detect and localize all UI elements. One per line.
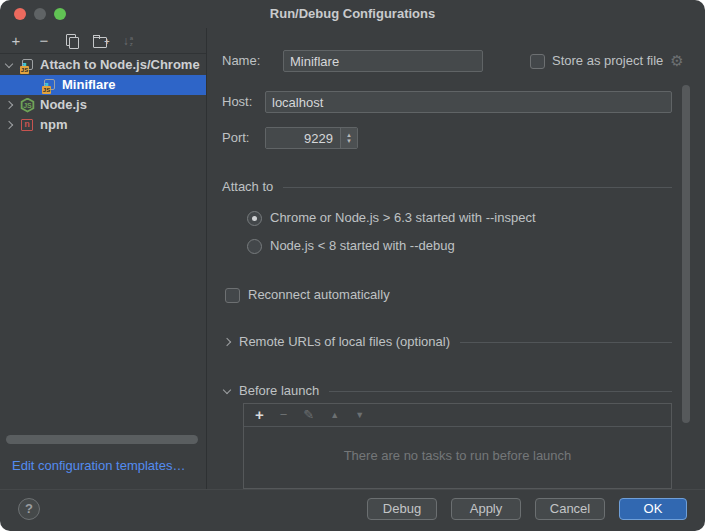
titlebar: Run/Debug Configurations bbox=[0, 0, 705, 28]
tree-item-miniflare[interactable]: ↗ JS Miniflare bbox=[0, 75, 206, 95]
attach-config-type-icon: ↗ JS bbox=[20, 58, 35, 73]
tree-item-attach-node-chrome[interactable]: ↗ JS Attach to Node.js/Chrome bbox=[0, 55, 206, 75]
attach-to-label: Attach to bbox=[222, 176, 273, 198]
reconnect-checkbox[interactable] bbox=[225, 288, 240, 303]
chevron-right-icon[interactable] bbox=[223, 338, 231, 346]
store-as-project-file-label: Store as project file bbox=[552, 50, 663, 72]
tree-item-label: Node.js bbox=[40, 95, 87, 115]
horizontal-scrollbar[interactable] bbox=[6, 435, 198, 444]
tree-item-label: npm bbox=[40, 115, 67, 135]
cancel-button[interactable]: Cancel bbox=[535, 498, 605, 520]
name-row: Name: bbox=[222, 50, 260, 72]
configurations-tree: ↗ JS Attach to Node.js/Chrome ↗ JS Minif… bbox=[0, 55, 206, 135]
host-row: Host: bbox=[222, 91, 252, 113]
before-launch-toolbar: + − ✎ ▲ ▼ bbox=[244, 404, 671, 427]
move-task-down-icon: ▼ bbox=[355, 408, 364, 422]
move-task-up-icon: ▲ bbox=[330, 408, 339, 422]
attach-to-section-header: Attach to bbox=[222, 176, 672, 198]
name-label: Name: bbox=[222, 50, 260, 72]
port-spinner-buttons: ▲ ▼ bbox=[340, 128, 357, 148]
remove-configuration-icon[interactable]: − bbox=[36, 33, 52, 49]
tree-item-npm[interactable]: n npm bbox=[0, 115, 206, 135]
section-separator-line bbox=[283, 187, 672, 188]
radio-debug-label: Node.js < 8 started with --debug bbox=[270, 235, 455, 257]
section-separator-line bbox=[460, 342, 672, 343]
tree-item-label: Miniflare bbox=[62, 75, 115, 95]
sort-z-glyph: z bbox=[130, 41, 133, 47]
apply-button[interactable]: Apply bbox=[451, 498, 521, 520]
reconnect-label: Reconnect automatically bbox=[248, 284, 390, 306]
sort-arrow-glyph: ↓ bbox=[123, 33, 129, 49]
before-launch-label: Before launch bbox=[239, 380, 319, 402]
add-task-icon[interactable]: + bbox=[255, 408, 264, 422]
folder-plus-glyph: + bbox=[104, 34, 109, 50]
remote-urls-section-header[interactable]: Remote URLs of local files (optional) bbox=[222, 331, 672, 353]
before-launch-panel: + − ✎ ▲ ▼ There are no tasks to run befo… bbox=[243, 403, 672, 489]
attach-config-icon: ↗ JS bbox=[42, 78, 57, 93]
host-input[interactable] bbox=[265, 91, 672, 113]
new-folder-icon[interactable]: + bbox=[92, 33, 108, 49]
run-debug-configurations-dialog: Run/Debug Configurations + − + ↓ a z bbox=[0, 0, 705, 531]
chevron-down-icon[interactable] bbox=[223, 385, 231, 393]
remove-task-icon: − bbox=[280, 408, 288, 422]
chevron-right-icon[interactable] bbox=[5, 101, 13, 109]
vertical-scrollbar[interactable] bbox=[682, 85, 690, 423]
sort-alphabetically-icon: ↓ a z bbox=[120, 33, 136, 49]
dialog-title: Run/Debug Configurations bbox=[0, 0, 705, 28]
spinner-down-icon[interactable]: ▼ bbox=[346, 138, 352, 144]
radio-debug-unselected[interactable] bbox=[247, 239, 262, 254]
folder-icon: + bbox=[93, 34, 108, 47]
before-launch-section-header[interactable]: Before launch bbox=[222, 380, 672, 402]
help-button[interactable]: ? bbox=[18, 498, 40, 520]
npm-icon: n bbox=[20, 118, 35, 133]
section-separator-line bbox=[329, 391, 672, 392]
edit-task-icon: ✎ bbox=[303, 408, 314, 422]
sidebar-toolbar: + − + ↓ a z bbox=[0, 28, 206, 54]
store-as-project-file-checkbox[interactable] bbox=[530, 54, 545, 69]
radio-inspect-selected[interactable] bbox=[247, 211, 262, 226]
copy-icon bbox=[65, 34, 79, 48]
edit-configuration-templates-link[interactable]: Edit configuration templates… bbox=[12, 458, 185, 473]
dialog-footer: ? Debug Apply Cancel OK bbox=[0, 489, 705, 531]
radio-inspect-label: Chrome or Node.js > 6.3 started with --i… bbox=[270, 207, 536, 229]
tree-item-nodejs[interactable]: JS Node.js bbox=[0, 95, 206, 115]
add-configuration-icon[interactable]: + bbox=[8, 33, 24, 49]
ok-button[interactable]: OK bbox=[619, 498, 687, 520]
chevron-right-icon[interactable] bbox=[5, 121, 13, 129]
chevron-down-icon[interactable] bbox=[5, 59, 13, 67]
debug-button[interactable]: Debug bbox=[367, 498, 437, 520]
no-tasks-message: There are no tasks to run before launch bbox=[244, 448, 671, 463]
radio-debug-row[interactable]: Node.js < 8 started with --debug bbox=[247, 235, 455, 257]
host-label: Host: bbox=[222, 91, 252, 113]
radio-inspect-row[interactable]: Chrome or Node.js > 6.3 started with --i… bbox=[247, 207, 536, 229]
configuration-form: Name: Store as project file ⚙ Host: Port… bbox=[208, 28, 705, 489]
name-input[interactable] bbox=[283, 50, 483, 72]
nodejs-icon: JS bbox=[20, 98, 35, 113]
reconnect-row[interactable]: Reconnect automatically bbox=[225, 284, 390, 306]
remote-urls-label: Remote URLs of local files (optional) bbox=[239, 331, 450, 353]
tree-item-label: Attach to Node.js/Chrome bbox=[40, 55, 200, 75]
store-as-project-file-row: Store as project file ⚙ bbox=[530, 50, 684, 72]
port-row: Port: bbox=[222, 127, 249, 149]
port-label: Port: bbox=[222, 127, 249, 149]
store-settings-gear-icon[interactable]: ⚙ bbox=[670, 50, 683, 72]
port-spinner-field: ▲ ▼ bbox=[265, 127, 358, 149]
configurations-sidebar: + − + ↓ a z ↗ JS bbox=[0, 28, 207, 489]
copy-configuration-icon[interactable] bbox=[64, 33, 80, 49]
port-input[interactable] bbox=[266, 128, 340, 148]
